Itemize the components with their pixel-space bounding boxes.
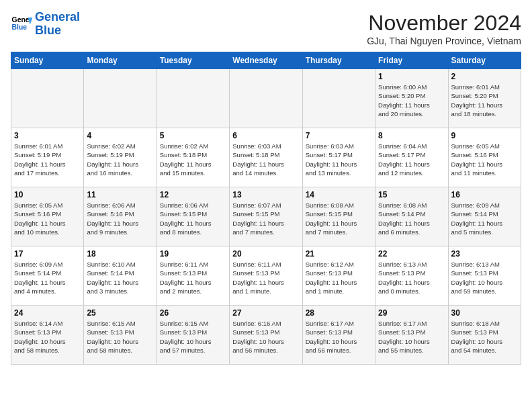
weekday-header-saturday: Saturday (448, 52, 521, 69)
calendar-cell: 19Sunrise: 6:11 AM Sunset: 5:13 PM Dayli… (157, 246, 229, 306)
day-info: Sunrise: 6:06 AM Sunset: 5:16 PM Dayligh… (87, 201, 153, 236)
day-info: Sunrise: 6:03 AM Sunset: 5:18 PM Dayligh… (232, 142, 299, 177)
weekday-header-sunday: Sunday (11, 52, 84, 69)
day-info: Sunrise: 6:07 AM Sunset: 5:15 PM Dayligh… (232, 201, 299, 236)
calendar-cell: 13Sunrise: 6:07 AM Sunset: 5:15 PM Dayli… (230, 187, 302, 246)
calendar-cell: 15Sunrise: 6:08 AM Sunset: 5:14 PM Dayli… (375, 187, 448, 246)
calendar-cell: 7Sunrise: 6:03 AM Sunset: 5:17 PM Daylig… (302, 128, 375, 187)
week-row-1: 1Sunrise: 6:00 AM Sunset: 5:20 PM Daylig… (11, 69, 521, 128)
calendar-cell: 9Sunrise: 6:05 AM Sunset: 5:16 PM Daylig… (448, 128, 521, 187)
day-number: 2 (451, 72, 518, 81)
day-number: 7 (306, 131, 372, 140)
day-info: Sunrise: 6:13 AM Sunset: 5:13 PM Dayligh… (451, 260, 518, 295)
week-row-2: 3Sunrise: 6:01 AM Sunset: 5:19 PM Daylig… (11, 128, 521, 187)
calendar-cell (230, 69, 302, 128)
day-number: 12 (160, 190, 226, 199)
page-header: General Blue General Blue November 2024 … (11, 11, 521, 46)
calendar-cell: 25Sunrise: 6:15 AM Sunset: 5:13 PM Dayli… (84, 306, 157, 365)
day-number: 30 (451, 308, 518, 318)
day-number: 25 (87, 308, 153, 318)
day-info: Sunrise: 6:08 AM Sunset: 5:15 PM Dayligh… (306, 201, 372, 236)
weekday-header-wednesday: Wednesday (230, 52, 302, 69)
svg-text:Blue: Blue (12, 24, 28, 31)
calendar-cell: 23Sunrise: 6:13 AM Sunset: 5:13 PM Dayli… (448, 246, 521, 306)
day-number: 5 (160, 131, 226, 140)
day-info: Sunrise: 6:12 AM Sunset: 5:13 PM Dayligh… (306, 260, 372, 295)
day-info: Sunrise: 6:08 AM Sunset: 5:14 PM Dayligh… (378, 201, 445, 236)
day-number: 10 (14, 190, 81, 199)
day-info: Sunrise: 6:10 AM Sunset: 5:14 PM Dayligh… (87, 260, 153, 295)
day-info: Sunrise: 6:02 AM Sunset: 5:18 PM Dayligh… (160, 142, 226, 177)
day-number: 21 (306, 249, 372, 259)
day-number: 9 (451, 131, 518, 140)
calendar-cell: 4Sunrise: 6:02 AM Sunset: 5:19 PM Daylig… (84, 128, 157, 187)
day-info: Sunrise: 6:17 AM Sunset: 5:13 PM Dayligh… (378, 319, 445, 355)
calendar-cell: 28Sunrise: 6:17 AM Sunset: 5:13 PM Dayli… (302, 306, 375, 365)
day-info: Sunrise: 6:15 AM Sunset: 5:13 PM Dayligh… (160, 319, 226, 355)
day-number: 24 (14, 308, 81, 318)
day-info: Sunrise: 6:15 AM Sunset: 5:13 PM Dayligh… (87, 319, 153, 355)
calendar-cell (11, 69, 84, 128)
calendar-cell (157, 69, 229, 128)
calendar-cell: 10Sunrise: 6:05 AM Sunset: 5:16 PM Dayli… (11, 187, 84, 246)
week-row-3: 10Sunrise: 6:05 AM Sunset: 5:16 PM Dayli… (11, 187, 521, 246)
calendar-cell: 12Sunrise: 6:06 AM Sunset: 5:15 PM Dayli… (157, 187, 229, 246)
calendar-cell: 20Sunrise: 6:11 AM Sunset: 5:13 PM Dayli… (230, 246, 302, 306)
calendar-cell: 22Sunrise: 6:13 AM Sunset: 5:13 PM Dayli… (375, 246, 448, 306)
day-info: Sunrise: 6:06 AM Sunset: 5:15 PM Dayligh… (160, 201, 226, 236)
weekday-header-tuesday: Tuesday (157, 52, 229, 69)
calendar-cell: 24Sunrise: 6:14 AM Sunset: 5:13 PM Dayli… (11, 306, 84, 365)
day-number: 16 (451, 190, 518, 199)
calendar-cell: 11Sunrise: 6:06 AM Sunset: 5:16 PM Dayli… (84, 187, 157, 246)
day-info: Sunrise: 6:02 AM Sunset: 5:19 PM Dayligh… (87, 142, 153, 177)
day-number: 11 (87, 190, 153, 199)
day-number: 22 (378, 249, 445, 259)
calendar-cell: 3Sunrise: 6:01 AM Sunset: 5:19 PM Daylig… (11, 128, 84, 187)
week-row-4: 17Sunrise: 6:09 AM Sunset: 5:14 PM Dayli… (11, 246, 521, 306)
day-number: 1 (378, 72, 445, 81)
calendar-cell: 14Sunrise: 6:08 AM Sunset: 5:15 PM Dayli… (302, 187, 375, 246)
calendar-table: SundayMondayTuesdayWednesdayThursdayFrid… (11, 52, 521, 365)
day-number: 19 (160, 249, 226, 259)
day-info: Sunrise: 6:05 AM Sunset: 5:16 PM Dayligh… (14, 201, 81, 236)
day-number: 14 (306, 190, 372, 199)
day-number: 3 (14, 131, 81, 140)
logo-icon: General Blue (11, 13, 32, 35)
day-number: 26 (160, 308, 226, 318)
calendar-cell: 2Sunrise: 6:01 AM Sunset: 5:20 PM Daylig… (448, 69, 521, 128)
calendar-cell: 17Sunrise: 6:09 AM Sunset: 5:14 PM Dayli… (11, 246, 84, 306)
day-info: Sunrise: 6:16 AM Sunset: 5:13 PM Dayligh… (232, 319, 299, 355)
logo-blue: Blue (35, 24, 80, 38)
day-info: Sunrise: 6:11 AM Sunset: 5:13 PM Dayligh… (232, 260, 299, 295)
calendar-cell: 29Sunrise: 6:17 AM Sunset: 5:13 PM Dayli… (375, 306, 448, 365)
calendar-cell: 18Sunrise: 6:10 AM Sunset: 5:14 PM Dayli… (84, 246, 157, 306)
day-info: Sunrise: 6:00 AM Sunset: 5:20 PM Dayligh… (378, 83, 445, 118)
day-info: Sunrise: 6:14 AM Sunset: 5:13 PM Dayligh… (14, 319, 81, 355)
day-number: 20 (232, 249, 299, 259)
calendar-cell (84, 69, 157, 128)
calendar-cell: 21Sunrise: 6:12 AM Sunset: 5:13 PM Dayli… (302, 246, 375, 306)
day-info: Sunrise: 6:18 AM Sunset: 5:13 PM Dayligh… (451, 319, 518, 355)
calendar-cell: 8Sunrise: 6:04 AM Sunset: 5:17 PM Daylig… (375, 128, 448, 187)
calendar-cell: 5Sunrise: 6:02 AM Sunset: 5:18 PM Daylig… (157, 128, 229, 187)
day-info: Sunrise: 6:13 AM Sunset: 5:13 PM Dayligh… (378, 260, 445, 295)
day-info: Sunrise: 6:09 AM Sunset: 5:14 PM Dayligh… (451, 201, 518, 236)
day-info: Sunrise: 6:09 AM Sunset: 5:14 PM Dayligh… (14, 260, 81, 295)
day-info: Sunrise: 6:05 AM Sunset: 5:16 PM Dayligh… (451, 142, 518, 177)
title-block: November 2024 GJu, Thai Nguyen Province,… (367, 11, 521, 46)
day-info: Sunrise: 6:01 AM Sunset: 5:19 PM Dayligh… (14, 142, 81, 177)
day-number: 17 (14, 249, 81, 259)
calendar-cell: 30Sunrise: 6:18 AM Sunset: 5:13 PM Dayli… (448, 306, 521, 365)
day-number: 28 (306, 308, 372, 318)
logo: General Blue General Blue (11, 11, 80, 38)
day-number: 27 (232, 308, 299, 318)
day-number: 23 (451, 249, 518, 259)
day-number: 29 (378, 308, 445, 318)
day-number: 18 (87, 249, 153, 259)
day-info: Sunrise: 6:17 AM Sunset: 5:13 PM Dayligh… (306, 319, 372, 355)
day-info: Sunrise: 6:03 AM Sunset: 5:17 PM Dayligh… (306, 142, 372, 177)
calendar-cell (302, 69, 375, 128)
calendar-cell: 16Sunrise: 6:09 AM Sunset: 5:14 PM Dayli… (448, 187, 521, 246)
weekday-header-row: SundayMondayTuesdayWednesdayThursdayFrid… (11, 52, 521, 69)
weekday-header-monday: Monday (84, 52, 157, 69)
